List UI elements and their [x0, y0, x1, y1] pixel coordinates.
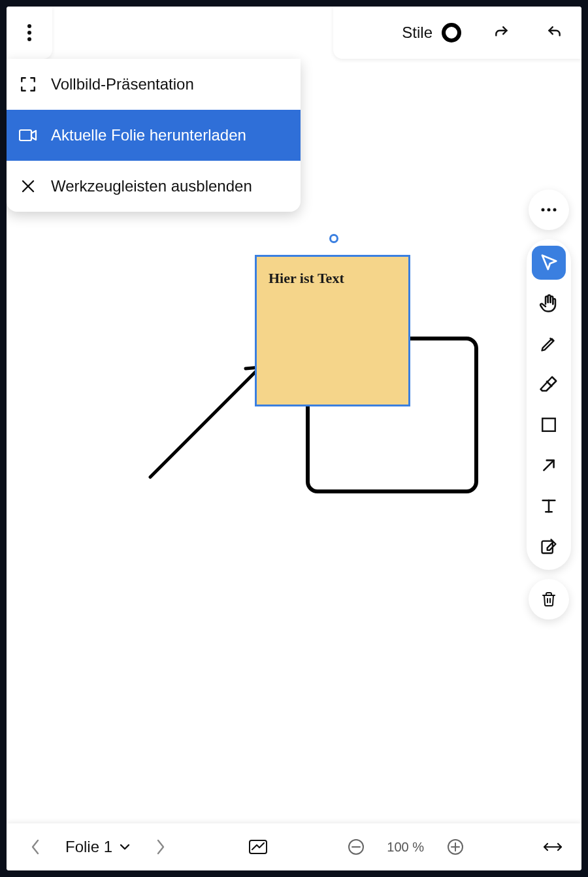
arrow-tool[interactable]: [532, 448, 566, 482]
pan-tool[interactable]: [532, 286, 566, 320]
note-edit-icon: [540, 537, 558, 555]
svg-line-0: [150, 367, 260, 477]
text-tool[interactable]: [532, 489, 566, 523]
note-tool[interactable]: [532, 529, 566, 563]
next-slide-button[interactable]: [149, 835, 172, 859]
zoom-in-button[interactable]: [444, 835, 467, 859]
close-icon: [18, 176, 38, 196]
svg-point-2: [27, 31, 31, 35]
topbar-right: Stile: [333, 7, 581, 59]
tool-palette: [527, 239, 571, 570]
zoom-controls: 100 %: [344, 835, 467, 859]
minimap-button[interactable]: [246, 835, 270, 859]
slide-nav: Folie 1: [24, 835, 172, 859]
menu-item-label: Aktuelle Folie herunterladen: [51, 126, 246, 144]
rotation-handle[interactable]: [329, 234, 338, 243]
style-swatch-icon: [442, 23, 461, 42]
svg-point-3: [27, 37, 31, 41]
select-tool[interactable]: [532, 246, 566, 280]
shape-tool[interactable]: [532, 408, 566, 442]
minimap-icon: [248, 839, 268, 855]
fit-width-button[interactable]: [541, 835, 564, 859]
menu-item-fullscreen[interactable]: Vollbild-Präsentation: [7, 59, 301, 110]
slide-selector[interactable]: Folie 1: [65, 838, 131, 856]
undo-icon: [546, 24, 563, 41]
chevron-left-icon: [29, 838, 41, 856]
svg-point-10: [553, 208, 557, 212]
undo-button[interactable]: [542, 21, 566, 44]
eraser-tool[interactable]: [532, 367, 566, 401]
chevron-down-icon: [119, 843, 131, 851]
more-menu-button[interactable]: [18, 21, 41, 44]
chevron-right-icon: [155, 838, 167, 856]
app-frame: Hier ist Text Stile: [7, 7, 581, 870]
ellipsis-icon: [540, 207, 557, 212]
menu-item-label: Vollbild-Präsentation: [51, 75, 194, 93]
more-actions-button[interactable]: [529, 190, 569, 230]
plus-circle-icon: [446, 838, 465, 856]
zoom-level: 100 %: [386, 840, 425, 855]
context-menu: Vollbild-Präsentation Aktuelle Folie her…: [7, 59, 301, 212]
sticky-note-text: Hier ist Text: [269, 270, 344, 286]
resize-horizontal-icon: [542, 842, 564, 852]
menu-item-hide-toolbars[interactable]: Werkzeugleisten ausblenden: [7, 161, 301, 212]
svg-rect-12: [542, 418, 555, 431]
right-toolbar: [527, 190, 571, 620]
kebab-icon: [27, 24, 32, 42]
arrow-icon: [540, 457, 557, 474]
download-video-icon: [18, 125, 38, 145]
bottombar: Folie 1 100 %: [7, 823, 581, 870]
cursor-icon: [539, 253, 559, 273]
menu-item-download-slide[interactable]: Aktuelle Folie herunterladen: [7, 110, 301, 161]
pencil-tool[interactable]: [532, 327, 566, 361]
delete-button[interactable]: [529, 579, 569, 620]
svg-line-11: [546, 381, 552, 387]
menu-item-label: Werkzeugleisten ausblenden: [51, 177, 252, 195]
svg-point-8: [542, 208, 545, 212]
hand-icon: [539, 293, 559, 313]
minus-circle-icon: [347, 838, 365, 856]
prev-slide-button[interactable]: [24, 835, 47, 859]
styles-label: Stile: [402, 24, 433, 42]
svg-point-9: [547, 208, 551, 212]
redo-icon: [493, 24, 510, 41]
sticky-note[interactable]: Hier ist Text: [255, 255, 410, 406]
slide-label: Folie 1: [65, 838, 112, 856]
pencil-icon: [540, 335, 558, 353]
text-icon: [540, 497, 558, 515]
redo-button[interactable]: [490, 21, 514, 44]
fullscreen-icon: [18, 74, 38, 94]
svg-point-1: [27, 24, 31, 28]
zoom-out-button[interactable]: [344, 835, 368, 859]
trash-icon: [541, 591, 557, 607]
svg-line-13: [544, 460, 553, 470]
square-icon: [540, 416, 557, 433]
eraser-icon: [539, 374, 559, 394]
svg-rect-4: [20, 130, 31, 141]
topbar-left: [7, 7, 52, 59]
styles-button[interactable]: Stile: [402, 23, 461, 42]
